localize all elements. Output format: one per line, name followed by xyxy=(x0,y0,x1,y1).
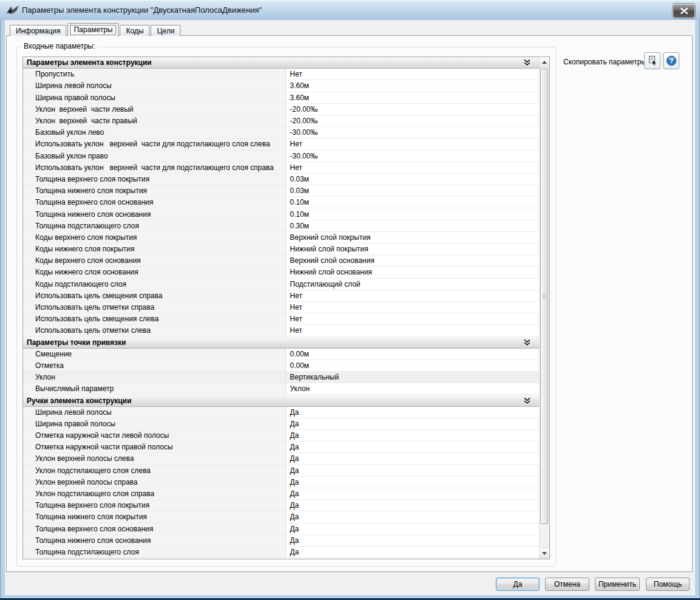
help-footer-button[interactable]: Помощь xyxy=(646,578,690,591)
param-value[interactable]: 0.10м xyxy=(286,197,539,208)
param-row[interactable]: Использовать уклон верхней части для под… xyxy=(23,138,539,150)
collapse-chevron-icon[interactable] xyxy=(524,398,530,404)
param-value[interactable]: Нет xyxy=(286,290,539,302)
param-value[interactable]: Верхний слой основания xyxy=(286,255,539,267)
apply-button[interactable]: Применить xyxy=(595,578,640,591)
param-value[interactable]: Да xyxy=(286,488,539,500)
param-value[interactable]: Нет xyxy=(286,69,539,80)
param-value[interactable]: Да xyxy=(286,430,539,441)
param-value[interactable]: Вертикальный xyxy=(286,372,539,383)
param-row[interactable]: Использовать уклон верхней части для под… xyxy=(23,162,539,174)
scrollbar-thumb[interactable] xyxy=(540,69,548,524)
param-row[interactable]: Толщина подстилающего слояДа xyxy=(23,547,539,558)
param-row[interactable]: Уклон верхней части левый-20.00‰ xyxy=(23,104,539,115)
param-value[interactable]: Да xyxy=(286,477,539,488)
param-row[interactable]: Уклон верхней полосы справаДа xyxy=(23,477,539,488)
param-value[interactable]: Уклон xyxy=(286,383,539,395)
help-button[interactable]: ? xyxy=(663,52,679,69)
param-value[interactable]: 0.30м xyxy=(286,220,539,232)
param-row[interactable]: Коды нижнего слоя основанияНижний слой о… xyxy=(23,267,539,278)
param-value[interactable]: -30.00‰ xyxy=(286,127,539,138)
param-value[interactable]: Нет xyxy=(286,325,539,336)
param-row[interactable]: Толщина нижнего слоя покрытияДа xyxy=(23,511,539,523)
param-row[interactable]: Базовый уклон право-30.00‰ xyxy=(23,151,539,162)
param-row[interactable]: Толщина подстилающего слоя0.30м xyxy=(23,220,539,232)
param-row[interactable]: Толщина верхнего слоя основанияДа xyxy=(23,523,539,535)
param-value[interactable]: Да xyxy=(286,535,539,547)
param-row[interactable]: УклонВертикальный xyxy=(23,372,539,383)
param-row[interactable]: Коды верхнего слоя основанияВерхний слой… xyxy=(23,255,539,267)
param-value[interactable]: 3.60м xyxy=(286,80,539,92)
param-value[interactable]: 3.60м xyxy=(286,92,539,104)
param-value[interactable]: Нижний слой покрытия xyxy=(286,244,539,255)
param-row[interactable]: Ширина правой полосыДа xyxy=(23,418,539,430)
param-row[interactable]: Толщина нижнего слоя основания0.10м xyxy=(23,208,539,220)
param-value[interactable]: 0.03м xyxy=(286,174,539,185)
param-value[interactable]: Да xyxy=(286,453,539,465)
copy-parameters-button[interactable] xyxy=(644,52,661,69)
param-row[interactable]: Использовать цель отметки слеваНет xyxy=(23,325,539,336)
param-row[interactable]: Отметка0.00м xyxy=(23,360,539,372)
param-value[interactable]: 0.03м xyxy=(286,185,539,197)
collapse-chevron-icon[interactable] xyxy=(524,60,530,66)
param-value[interactable]: Верхний слой покрытия xyxy=(286,232,539,244)
param-row[interactable]: Использовать цель отметки справаНет xyxy=(23,302,539,313)
section-header[interactable]: Параметры элемента конструкции xyxy=(23,57,539,69)
param-row[interactable]: Уклон верхней части правый-20.00‰ xyxy=(23,115,539,127)
param-value[interactable]: Да xyxy=(286,441,539,453)
param-value[interactable]: -30.00‰ xyxy=(286,151,539,162)
cancel-button[interactable]: Отмена xyxy=(545,578,589,591)
param-value[interactable]: Да xyxy=(286,465,539,477)
param-row[interactable]: Толщина нижнего слоя покрытия0.03м xyxy=(23,185,539,197)
param-value[interactable]: Да xyxy=(286,418,539,430)
scroll-down-icon[interactable] xyxy=(540,548,549,559)
param-value[interactable]: Да xyxy=(286,523,539,535)
collapse-chevron-icon[interactable] xyxy=(524,339,530,346)
param-value[interactable]: -20.00‰ xyxy=(286,115,539,127)
param-value[interactable]: Да xyxy=(286,407,539,418)
param-row[interactable]: Уклон подстилающего слоя справаДа xyxy=(23,488,539,500)
param-row[interactable]: Коды верхнего слоя покрытияВерхний слой … xyxy=(23,232,539,244)
tab-information[interactable]: Информация xyxy=(10,25,66,36)
param-value[interactable]: -20.00‰ xyxy=(286,104,539,115)
param-row[interactable]: Отметка наружной части правой полосыДа xyxy=(23,441,539,453)
yes-button[interactable]: Да xyxy=(496,578,540,591)
param-row[interactable]: Ширина левой полосыДа xyxy=(23,407,539,418)
param-value[interactable]: Нет xyxy=(286,162,539,174)
param-value[interactable]: Да xyxy=(286,511,539,523)
param-row[interactable]: Использовать цель смещения справаНет xyxy=(23,290,539,302)
param-row[interactable]: Использовать цель смещения слеваНет xyxy=(23,313,539,325)
param-row[interactable]: Коды подстилающего слояПодстилающий слой xyxy=(23,279,539,290)
section-header[interactable]: Ручки элемента конструкции xyxy=(23,395,539,406)
param-row[interactable]: Уклон верхней полосы слеваДа xyxy=(23,453,539,465)
param-row[interactable]: Вычислямый параметрУклон xyxy=(23,383,539,395)
section-header[interactable]: Параметры точки привязки xyxy=(23,337,539,349)
param-row[interactable]: Отметка наружной части левой полосыДа xyxy=(23,430,539,441)
param-row[interactable]: Смещение0.00м xyxy=(23,349,539,360)
param-row[interactable]: Ширина левой полосы3.60м xyxy=(23,80,539,92)
vertical-scrollbar[interactable] xyxy=(539,57,549,559)
param-value[interactable]: Да xyxy=(286,547,539,558)
param-value[interactable]: Нижний слой основания xyxy=(286,267,539,278)
tab-codes[interactable]: Коды xyxy=(120,25,149,36)
param-value[interactable]: 0.00м xyxy=(286,349,539,360)
close-button[interactable] xyxy=(673,4,695,18)
param-value[interactable]: 0.00м xyxy=(286,360,539,372)
param-row[interactable]: Ширина правой полосы3.60м xyxy=(23,92,539,104)
param-row[interactable]: Толщина верхнего слоя основания0.10м xyxy=(23,197,539,208)
param-row[interactable]: Уклон подстилающего слоя слеваДа xyxy=(23,465,539,477)
param-value[interactable]: 0.10м xyxy=(286,208,539,220)
param-row[interactable]: Коды нижнего слоя покрытияНижний слой по… xyxy=(23,244,539,255)
param-value[interactable]: Да xyxy=(286,500,539,511)
param-value[interactable]: Нет xyxy=(286,138,539,150)
tab-targets[interactable]: Цели xyxy=(151,25,180,36)
scroll-up-icon[interactable] xyxy=(540,57,549,68)
tab-parameters[interactable]: Параметры xyxy=(67,23,118,36)
param-row[interactable]: Толщина верхнего слоя покрытияДа xyxy=(23,500,539,511)
param-row[interactable]: ПропуститьНет xyxy=(23,69,539,80)
param-row[interactable]: Базовый уклон лево-30.00‰ xyxy=(23,127,539,138)
param-value[interactable]: Нет xyxy=(286,313,539,325)
param-value[interactable]: Подстилающий слой xyxy=(286,279,539,290)
param-row[interactable]: Толщина нижнего слоя основанияДа xyxy=(23,535,539,547)
param-row[interactable]: Толщина верхнего слоя покрытия0.03м xyxy=(23,174,539,185)
